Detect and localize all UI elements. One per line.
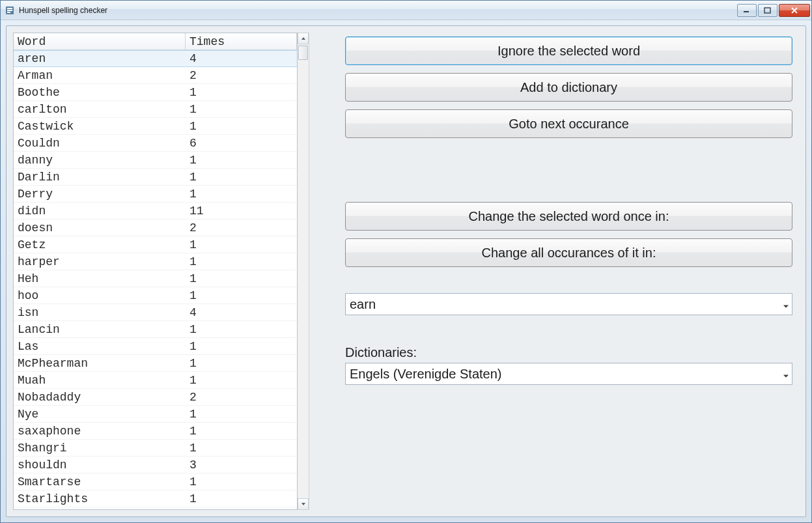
actions-pane: Ignore the selected word Add to dictiona… (345, 33, 799, 510)
cell-times: 1 (186, 186, 297, 202)
cell-word: ve (14, 507, 186, 509)
scroll-down-button[interactable] (298, 498, 309, 510)
table-row[interactable]: danny1 (14, 152, 297, 169)
table-row[interactable]: saxaphone1 (14, 423, 297, 440)
cell-times: 1 (186, 490, 297, 507)
cell-word: Starlights (14, 490, 186, 507)
table-row[interactable]: Lancin1 (14, 321, 297, 338)
column-header-times[interactable]: Times (186, 33, 297, 49)
cell-word: Derry (14, 186, 186, 202)
ignore-button[interactable]: Ignore the selected word (345, 36, 792, 65)
table-row[interactable]: Getz1 (14, 236, 297, 253)
table-row[interactable]: Darlin1 (14, 169, 297, 186)
app-icon (5, 5, 15, 16)
cell-word: Darlin (14, 169, 186, 185)
table-row[interactable]: Boothe1 (14, 84, 297, 101)
svg-rect-3 (7, 12, 10, 13)
table-row[interactable]: doesn2 (14, 219, 297, 236)
cell-times: 1 (186, 287, 297, 304)
cell-times: 1 (186, 270, 297, 287)
cell-times: 1 (186, 152, 297, 168)
minimize-button[interactable] (737, 4, 757, 17)
cell-times: 1 (186, 84, 297, 100)
add-dictionary-button[interactable]: Add to dictionary (345, 73, 792, 102)
cell-times: 6 (186, 135, 297, 151)
table-row[interactable]: Smartarse1 (14, 474, 297, 490)
table-row[interactable]: Nobadaddy2 (14, 389, 297, 406)
cell-times: 1 (186, 440, 297, 456)
cell-times: 1 (186, 406, 297, 422)
table-row[interactable]: hoo1 (14, 287, 297, 304)
titlebar[interactable]: Hunspell spelling checker (1, 1, 811, 20)
cell-word: Castwick (14, 118, 186, 134)
suggestion-value: earn (350, 297, 789, 312)
client-area: Word Times aren4Arman2Boothe1carlton1Cas… (1, 20, 811, 522)
table-row[interactable]: Nye1 (14, 406, 297, 423)
cell-times: 1 (186, 372, 297, 388)
maximize-button[interactable] (758, 4, 777, 17)
table-header[interactable]: Word Times (14, 33, 297, 50)
scroll-thumb[interactable] (298, 46, 308, 60)
table-row[interactable]: McPhearman1 (14, 355, 297, 372)
cell-word: McPhearman (14, 355, 186, 371)
cell-word: Muah (14, 372, 186, 388)
table-row[interactable]: ve12 (14, 507, 297, 509)
cell-times: 1 (186, 236, 297, 253)
cell-times: 2 (186, 219, 297, 236)
cell-word: Lancin (14, 321, 186, 337)
cell-word: Shangri (14, 440, 186, 456)
chevron-down-icon (783, 367, 789, 382)
cell-word: saxaphone (14, 423, 186, 439)
table-row[interactable]: Couldn6 (14, 135, 297, 152)
vertical-scrollbar[interactable] (298, 33, 309, 510)
table-row[interactable]: Heh1 (14, 270, 297, 287)
change-all-button[interactable]: Change all occurances of it in: (345, 238, 792, 267)
chevron-down-icon (783, 297, 789, 312)
goto-next-button[interactable]: Goto next occurance (345, 109, 792, 138)
suggestion-combobox[interactable]: earn (345, 293, 792, 315)
cell-times: 12 (186, 507, 297, 509)
table-row[interactable]: Shangri1 (14, 440, 297, 457)
svg-rect-1 (7, 8, 12, 9)
table-row[interactable]: Castwick1 (14, 118, 297, 135)
cell-word: isn (14, 304, 186, 320)
table-row[interactable]: Arman2 (14, 67, 297, 84)
close-button[interactable] (779, 4, 810, 17)
svg-rect-4 (744, 11, 749, 12)
table-row[interactable]: aren4 (14, 50, 297, 67)
cell-times: 2 (186, 389, 297, 405)
change-once-button[interactable]: Change the selected word once in: (345, 202, 792, 231)
table-row[interactable]: harper1 (14, 253, 297, 270)
table-row[interactable]: Derry1 (14, 186, 297, 203)
table-row[interactable]: didn11 (14, 203, 297, 219)
word-table[interactable]: Word Times aren4Arman2Boothe1carlton1Cas… (13, 33, 298, 510)
cell-times: 1 (186, 355, 297, 371)
cell-times: 4 (186, 304, 297, 320)
table-row[interactable]: Muah1 (14, 372, 297, 389)
cell-times: 1 (186, 118, 297, 134)
svg-rect-5 (764, 8, 770, 13)
cell-word: Nobadaddy (14, 389, 186, 405)
cell-word: Couldn (14, 135, 186, 151)
scroll-up-button[interactable] (298, 33, 309, 44)
column-header-word[interactable]: Word (14, 33, 186, 49)
table-row[interactable]: carlton1 (14, 101, 297, 118)
cell-word: doesn (14, 219, 186, 236)
window-controls (736, 4, 810, 17)
cell-word: Arman (14, 67, 186, 83)
cell-word: danny (14, 152, 186, 168)
cell-times: 1 (186, 253, 297, 270)
cell-times: 1 (186, 101, 297, 117)
table-row[interactable]: Las1 (14, 338, 297, 355)
cell-times: 11 (186, 203, 297, 219)
cell-word: Boothe (14, 84, 186, 100)
dictionaries-value: Engels (Verenigde Staten) (350, 367, 789, 382)
table-row[interactable]: isn4 (14, 304, 297, 321)
main-panel: Word Times aren4Arman2Boothe1carlton1Cas… (6, 25, 806, 517)
cell-word: hoo (14, 287, 186, 304)
cell-word: harper (14, 253, 186, 270)
table-row[interactable]: Starlights1 (14, 490, 297, 507)
table-row[interactable]: shouldn3 (14, 457, 297, 474)
dictionaries-combobox[interactable]: Engels (Verenigde Staten) (345, 363, 792, 385)
window-title: Hunspell spelling checker (19, 6, 736, 15)
